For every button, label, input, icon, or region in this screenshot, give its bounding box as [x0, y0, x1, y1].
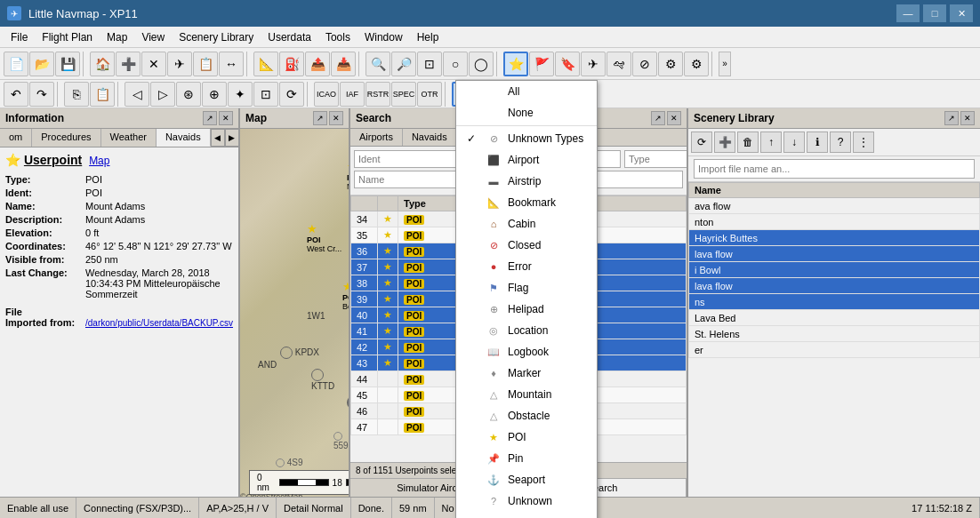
tab-prev-button[interactable]: ◀ — [211, 129, 225, 147]
zoom-out-button[interactable]: 🔎 — [391, 52, 416, 76]
dropdown-item-airport[interactable]: ⬛ Airport — [456, 149, 597, 171]
new-button[interactable]: 📄 — [4, 52, 28, 76]
search-tab-navaids[interactable]: Navaids — [403, 129, 457, 146]
scenery-table-row[interactable]: Hayrick Buttes — [689, 230, 980, 246]
search-tab-airports[interactable]: Airports — [350, 129, 403, 146]
map-close-icon[interactable]: ✕ — [329, 111, 343, 125]
dropdown-item-airstrip[interactable]: ▬ Airstrip — [456, 171, 597, 192]
flag-button[interactable]: 🚩 — [529, 52, 554, 76]
dropdown-item-marker[interactable]: ♦ Marker — [456, 363, 597, 384]
otr-button[interactable]: OTR — [417, 82, 442, 107]
tab-navaids[interactable]: Navaids — [157, 129, 211, 147]
scenery-help-btn[interactable]: ? — [830, 131, 851, 153]
dropdown-item-helipad[interactable]: ⊕ Helipad — [456, 299, 597, 320]
copy-button[interactable]: ⎘ — [64, 82, 89, 107]
paste-button[interactable]: 📋 — [90, 82, 115, 107]
scenery-table-row[interactable]: ava flow — [689, 198, 980, 214]
dropdown-item-bookmark[interactable]: 📐 Bookmark — [456, 192, 597, 213]
dropdown-item-pin[interactable]: 📌 Pin — [456, 448, 597, 469]
scenery-table-row[interactable]: St. Helens — [689, 326, 980, 342]
poi-mt-hoo2[interactable]: ★ POI Mt. Hoo... — [347, 395, 349, 426]
maximize-button[interactable]: □ — [923, 4, 946, 22]
tab-om[interactable]: om — [0, 129, 32, 147]
vor-button[interactable]: ⊕ — [202, 82, 227, 107]
map-float-icon[interactable]: ↗ — [313, 111, 327, 125]
menu-file[interactable]: File — [4, 27, 35, 47]
undo-button[interactable]: ↶ — [4, 82, 28, 107]
scenery-search-input[interactable] — [694, 159, 975, 179]
scenery-table-row[interactable]: lava flow — [689, 246, 980, 262]
menu-scenery-library[interactable]: Scenery Library — [172, 27, 261, 47]
dropdown-item-mountain[interactable]: △ Mountain — [456, 384, 597, 405]
dropdown-item-location[interactable]: ◎ Location — [456, 320, 597, 341]
gear-button[interactable]: ⚙ — [658, 52, 683, 76]
dropdown-item-logbook[interactable]: 📖 Logbook — [456, 341, 597, 363]
dropdown-item-cabin[interactable]: ⌂ Cabin — [456, 213, 597, 235]
col-star[interactable] — [378, 196, 398, 211]
block-button[interactable]: ⊘ — [632, 52, 657, 76]
scenery-dn-btn[interactable]: ↓ — [783, 131, 805, 153]
map-canvas[interactable]: ★ POI Mount S... ★ POI Mount A... ★ POI … — [240, 129, 349, 497]
scenery-more-btn[interactable]: ⋮ — [853, 131, 874, 153]
scenery-table-row[interactable]: Lava Bed — [689, 310, 980, 326]
info-map-link[interactable]: Map — [89, 155, 109, 167]
oval-button[interactable]: ◯ — [469, 52, 494, 76]
dropdown-item-poi[interactable]: ★ POI — [456, 426, 597, 448]
zoom-in-button[interactable]: 🔍 — [365, 52, 390, 76]
rstr-button[interactable]: RSTR — [365, 82, 390, 107]
dropdown-item-closed[interactable]: ⊘ Closed — [456, 235, 597, 256]
scenery-up-btn[interactable]: ↑ — [760, 131, 782, 153]
scenery-table-row[interactable]: er — [689, 342, 980, 358]
close-button[interactable]: ✕ — [950, 4, 973, 22]
del-wp-button[interactable]: ✕ — [141, 52, 166, 76]
open-button[interactable]: 📂 — [29, 52, 54, 76]
col-num[interactable] — [351, 196, 378, 211]
spec-button[interactable]: SPEC — [391, 82, 416, 107]
dropdown-item-unknown[interactable]: ? Unknown — [456, 490, 597, 512]
add-wp-button[interactable]: ➕ — [116, 52, 141, 76]
iaf-button[interactable]: IAF — [340, 82, 365, 107]
value-imported[interactable]: /darkon/public/Userdata/BACKUP.csv — [85, 318, 233, 328]
scenery-table-row[interactable]: lava flow — [689, 278, 980, 294]
dropdown-item-obstacle[interactable]: △ Obstacle — [456, 405, 597, 426]
dropdown-item-vrp[interactable]: ▷ VRP — [456, 512, 597, 518]
aircraft-button[interactable]: ✈ — [167, 52, 192, 76]
menu-map[interactable]: Map — [100, 27, 134, 47]
toolbar-more-button[interactable]: » — [719, 52, 731, 76]
dropdown-item-seaport[interactable]: ⚓ Seaport — [456, 469, 597, 490]
dropdown-item-all[interactable]: All — [456, 81, 597, 102]
search-float-icon[interactable]: ↗ — [651, 111, 665, 125]
zoom-all-button[interactable]: ⊡ — [417, 52, 442, 76]
menu-tools[interactable]: Tools — [318, 27, 357, 47]
scenery-table-row[interactable]: nton — [689, 214, 980, 230]
icao-button[interactable]: ICAO — [314, 82, 339, 107]
redo-button[interactable]: ↷ — [29, 82, 54, 107]
menu-help[interactable]: Help — [410, 27, 446, 47]
plane3-button[interactable]: 🛩 — [606, 52, 631, 76]
reverse-button[interactable]: ↔ — [219, 52, 244, 76]
poi-bonnevi[interactable]: ★ POI Bonnevi... — [342, 280, 349, 311]
home-button[interactable]: 🏠 — [90, 52, 115, 76]
poi-mount-s[interactable]: ★ POI Mount S... — [347, 160, 349, 191]
plane2-button[interactable]: ✈ — [581, 52, 606, 76]
export-button[interactable]: 📤 — [305, 52, 330, 76]
fix-button[interactable]: ✦ — [228, 82, 253, 107]
calc-button[interactable]: 📐 — [253, 52, 278, 76]
scenery-reload-btn[interactable]: ⟳ — [691, 131, 712, 153]
minimize-button[interactable]: — — [896, 4, 920, 22]
poi-west-cr[interactable]: ★ POI West Cr... — [307, 222, 341, 253]
menu-view[interactable]: View — [134, 27, 172, 47]
scenery-table-row[interactable]: ns — [689, 294, 980, 310]
scenery-table-row[interactable]: i Bowl — [689, 262, 980, 278]
circle-button[interactable]: ○ — [443, 52, 468, 76]
scenery-float-icon[interactable]: ↗ — [944, 111, 959, 125]
hold-button[interactable]: ⟳ — [279, 82, 304, 107]
scenery-add-btn[interactable]: ➕ — [714, 131, 735, 153]
nav2-button[interactable]: ▷ — [150, 82, 175, 107]
search-close-icon[interactable]: ✕ — [667, 111, 681, 125]
tab-next-button[interactable]: ▶ — [225, 129, 239, 147]
scenery-col-name[interactable]: Name — [689, 183, 980, 198]
tab-procedures[interactable]: Procedures — [32, 129, 100, 147]
save-button[interactable]: 💾 — [55, 52, 80, 76]
scenery-del-btn[interactable]: 🗑 — [737, 131, 759, 153]
